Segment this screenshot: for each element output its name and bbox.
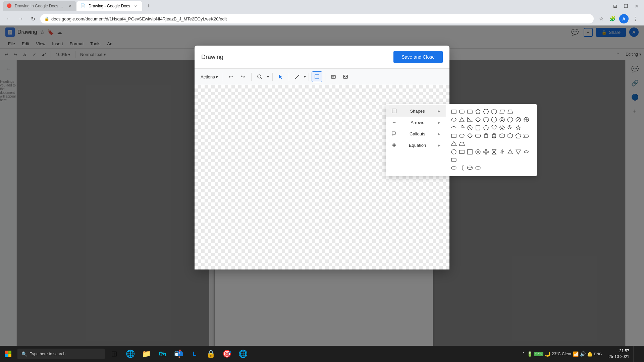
url-bar[interactable]: 🔒 docs.google.com/document/d/1Nsqaf4_PGe… [40, 14, 594, 23]
back-button[interactable]: ← [4, 14, 13, 23]
shape-trapezoid2[interactable] [458, 140, 466, 147]
shape-hexagon[interactable] [482, 108, 490, 115]
battery-icon[interactable]: 🔋 [527, 351, 533, 357]
tab-2[interactable]: 📄 Drawing - Google Docs ✕ [76, 1, 142, 11]
undo-draw-button[interactable]: ↩ [226, 71, 236, 82]
shape-star[interactable] [515, 124, 522, 131]
chrome-button[interactable]: 🌐 [235, 346, 251, 362]
shape-triangle[interactable] [458, 116, 466, 123]
shape-dodecagon[interactable] [506, 116, 514, 123]
shape-chevron[interactable] [523, 132, 530, 139]
clock[interactable]: 21:57 25-10-2021 [605, 348, 633, 360]
actions-dropdown[interactable]: Actions ▾ [199, 73, 220, 81]
shape-octagon[interactable] [482, 116, 490, 123]
shape-cross[interactable] [482, 148, 490, 156]
line-tool-button[interactable] [292, 71, 303, 82]
shape-brace[interactable] [458, 164, 466, 172]
textbox-tool-button[interactable] [328, 71, 339, 82]
shape-diamond2[interactable] [466, 132, 474, 139]
shape-cylinder2[interactable] [466, 164, 474, 172]
extensions-icon[interactable]: 🧩 [608, 14, 617, 23]
profile-avatar[interactable]: A [619, 14, 629, 23]
mcafee-button[interactable]: 🔒 [203, 346, 219, 362]
edge-browser-button[interactable]: 🌐 [122, 346, 138, 362]
store-button[interactable]: 🛍 [154, 346, 170, 362]
shape-tape[interactable] [498, 132, 506, 139]
submenu-arrows[interactable]: → Arrows ▶ [386, 117, 446, 128]
taskview-button[interactable]: ⊞ [106, 346, 122, 362]
zoom-dropdown-arrow[interactable]: ▾ [267, 74, 269, 79]
shape-oval[interactable] [450, 164, 458, 172]
shape-rounded-rect[interactable] [458, 108, 466, 115]
shape-decagon[interactable] [490, 116, 498, 123]
shape-down-triangle[interactable] [515, 148, 522, 156]
language-button[interactable]: L [186, 346, 203, 362]
shape-cylinder[interactable] [482, 132, 490, 139]
close-button[interactable]: ✕ [632, 1, 641, 11]
shape-no-symbol[interactable] [466, 124, 474, 131]
shape-stadium[interactable] [474, 164, 482, 172]
shape-rectangle[interactable] [450, 108, 458, 115]
tab2-close[interactable]: ✕ [133, 3, 138, 9]
shape-snip-rect[interactable] [466, 108, 474, 115]
image-tool-button[interactable] [340, 71, 351, 82]
shape-lightning[interactable] [498, 148, 506, 156]
explorer-button[interactable]: 📁 [138, 346, 154, 362]
shape-tool-button[interactable] [312, 71, 322, 82]
maximize-button[interactable]: ❐ [621, 1, 631, 11]
shape-document[interactable] [474, 124, 482, 131]
bookmark-icon[interactable]: ☆ [596, 14, 606, 23]
taskbar-search[interactable]: 🔍 Type here to search [17, 349, 105, 359]
shape-hexagon2[interactable] [506, 132, 514, 139]
shape-gear[interactable] [498, 124, 506, 131]
tab-1[interactable]: 🔴 Drawing in Google Docs - Googl ✕ [3, 1, 76, 11]
line-dropdown-arrow[interactable]: ▾ [304, 74, 306, 79]
shape-heart[interactable] [490, 124, 498, 131]
shape-circle-x[interactable] [515, 116, 522, 123]
shape-rect5[interactable] [450, 156, 458, 164]
shape-circle2[interactable] [450, 148, 458, 156]
more-options-icon[interactable]: ⋮ [631, 14, 640, 23]
start-button[interactable] [0, 346, 16, 362]
mail-button[interactable]: 📬 [170, 346, 186, 362]
shape-rect2[interactable] [450, 132, 458, 139]
shape-x-mark[interactable] [474, 148, 482, 156]
shape-circle-plus[interactable] [523, 116, 530, 123]
new-tab-button[interactable]: + [144, 1, 153, 11]
shape-rect3[interactable] [458, 148, 466, 156]
shape-rounded2[interactable] [458, 132, 466, 139]
save-close-button[interactable]: Save and Close [393, 51, 443, 63]
submenu-equation[interactable]: ✚ Equation ▶ [386, 139, 446, 151]
shape-process[interactable] [474, 132, 482, 139]
shape-heptagon[interactable] [490, 108, 498, 115]
minimize-button[interactable]: ⊟ [610, 1, 620, 11]
office-button[interactable]: 🎯 [219, 346, 235, 362]
shape-moon[interactable] [506, 124, 514, 131]
submenu-callouts[interactable]: Callouts ▶ [386, 128, 446, 139]
forward-button[interactable]: → [16, 14, 25, 23]
shape-partial-circle[interactable] [458, 124, 466, 131]
select-tool-button[interactable] [275, 71, 286, 82]
shape-up-triangle[interactable] [506, 148, 514, 156]
notification-icon[interactable]: 🔔 [587, 351, 593, 357]
shape-parallelogram[interactable] [498, 108, 506, 115]
shape-pentagon[interactable] [474, 108, 482, 115]
submenu-shapes[interactable]: Shapes ▶ [386, 105, 446, 117]
shape-smiley[interactable] [482, 124, 490, 131]
shape-pentagon2[interactable] [515, 132, 522, 139]
show-desktop-button[interactable] [633, 346, 641, 362]
shape-rect4[interactable] [466, 148, 474, 156]
shape-circle-ring[interactable] [498, 116, 506, 123]
shape-hourglass[interactable] [490, 148, 498, 156]
tab1-close[interactable]: ✕ [67, 3, 72, 9]
tray-up-arrow[interactable]: ⌃ [522, 351, 526, 357]
shape-ellipse[interactable] [450, 116, 458, 123]
volume-icon[interactable]: 🔊 [580, 351, 586, 357]
shape-trapezoid[interactable] [506, 108, 514, 115]
weather-icon[interactable]: 🌙 [545, 351, 550, 357]
shape-can[interactable] [490, 132, 498, 139]
network-icon[interactable]: 📶 [573, 351, 579, 357]
shape-triangle2[interactable] [450, 140, 458, 147]
shape-diamond[interactable] [474, 116, 482, 123]
redo-draw-button[interactable]: ↪ [238, 71, 249, 82]
